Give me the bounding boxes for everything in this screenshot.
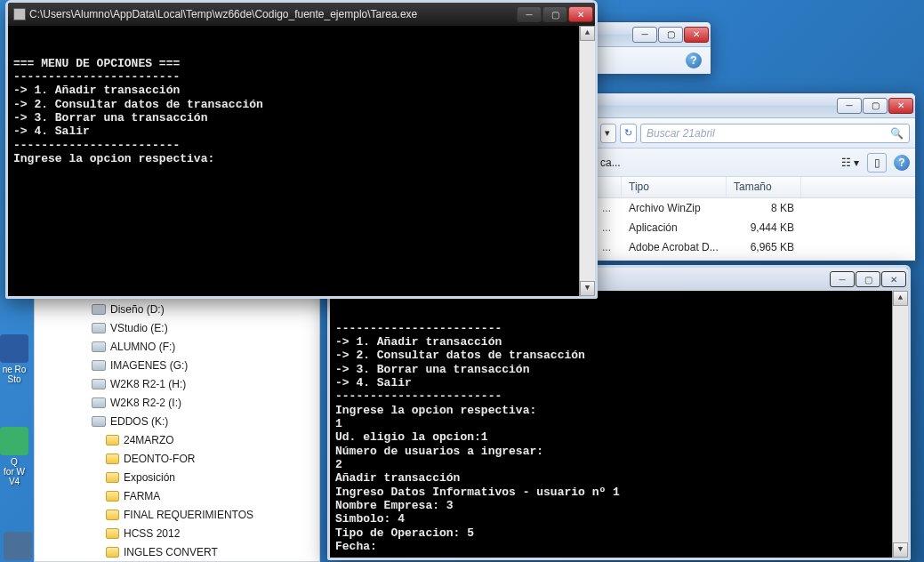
drive-icon: [92, 323, 106, 333]
drive-icon: [92, 360, 106, 371]
close-button[interactable]: ✕: [888, 98, 913, 114]
tree-node-label: IMAGENES (G:): [110, 359, 188, 372]
explorer-tree-panel: Diseño (D:)VStudio (E:)ALUMNO (F:)IMAGEN…: [34, 295, 320, 562]
table-row[interactable]: ... Adobe Acrobat D... 6,965 KB: [595, 237, 915, 257]
tree-drive-node[interactable]: IMAGENES (G:): [35, 356, 319, 374]
scroll-down-icon[interactable]: ▼: [893, 542, 908, 558]
scrollbar[interactable]: ▲ ▼: [892, 291, 908, 558]
row-size: 9,444 KB: [727, 221, 801, 234]
tree-node-label: 24MARZO: [124, 434, 174, 446]
row-tipo: Aplicación: [622, 221, 727, 234]
help-icon[interactable]: ?: [686, 52, 702, 68]
minimize-button[interactable]: ─: [830, 271, 855, 287]
console-window-2: go_fuente_ejemplo\Tarea.exe ─ ▢ ✕ ------…: [327, 265, 911, 560]
tree-drive-node[interactable]: ALUMNO (F:): [35, 337, 319, 356]
view-mode-button[interactable]: ☷ ▾: [840, 153, 860, 173]
desktop-app-icon: [4, 532, 32, 560]
tree-folder-node[interactable]: HCSS 2012: [35, 524, 319, 542]
tree-node-label: HCSS 2012: [124, 527, 180, 540]
table-row[interactable]: ... Archivo WinZip 8 KB: [595, 198, 915, 218]
row-tipo: Archivo WinZip: [622, 202, 727, 214]
cmdbar-item[interactable]: ca...: [600, 157, 621, 169]
column-header[interactable]: Tipo: [622, 177, 727, 197]
folder-icon: [106, 510, 119, 520]
tree-node-label: ALUMNO (F:): [110, 341, 175, 353]
drive-icon: [92, 341, 106, 352]
drive-icon: [92, 416, 106, 427]
app-icon: [13, 8, 26, 20]
tree-folder-node[interactable]: DEONTO-FOR: [35, 449, 319, 468]
desktop-icon[interactable]: [4, 532, 32, 562]
tree-folder-node[interactable]: Exposición: [35, 468, 319, 486]
desktop-app-icon: [0, 427, 28, 455]
row-ext: ...: [595, 241, 622, 253]
tree-node-label: FINAL REQUERIMIENTOS: [124, 509, 253, 521]
folder-icon: [106, 435, 119, 446]
folder-icon: [106, 528, 119, 539]
scrollbar[interactable]: ▲ ▼: [579, 26, 595, 296]
row-tipo: Adobe Acrobat D...: [622, 241, 727, 253]
row-size: 8 KB: [727, 202, 801, 214]
breadcrumb-drop[interactable]: ▾: [600, 124, 616, 143]
column-header[interactable]: [595, 177, 622, 197]
drive-icon: [92, 397, 106, 408]
tree-drive-node[interactable]: Diseño (D:): [35, 300, 319, 318]
desktop-icon[interactable]: Q for W V4: [0, 427, 28, 486]
help-icon[interactable]: ?: [894, 155, 910, 171]
maximize-button[interactable]: ▢: [856, 271, 880, 287]
row-ext: ...: [595, 202, 622, 214]
tree-node-label: FARMA: [124, 490, 160, 502]
row-ext: ...: [595, 221, 622, 234]
tree-drive-node[interactable]: W2K8 R2-2 (I:): [35, 393, 319, 412]
close-button[interactable]: ✕: [684, 27, 709, 43]
console1-title: C:\Users\Alumno\AppData\Local\Temp\wz66d…: [29, 8, 517, 20]
row-size: 6,965 KB: [727, 241, 801, 253]
tree-drive-node[interactable]: W2K8 R2-1 (H:): [35, 374, 319, 393]
tree-node-label: VStudio (E:): [110, 322, 168, 334]
close-button[interactable]: ✕: [568, 6, 593, 22]
tree-node-label: INGLES CONVERT: [124, 546, 218, 558]
minimize-button[interactable]: ─: [632, 27, 657, 43]
tree-drive-node[interactable]: VStudio (E:): [35, 318, 319, 337]
tree-node-label: DEONTO-FOR: [124, 453, 195, 465]
desktop-icon-label: ne Ro Sto: [0, 365, 28, 384]
minimize-button[interactable]: ─: [837, 98, 862, 114]
refresh-button[interactable]: ↻: [620, 124, 637, 143]
maximize-button[interactable]: ▢: [542, 6, 567, 22]
desktop-app-icon: [0, 334, 28, 363]
scroll-up-icon[interactable]: ▲: [580, 26, 595, 41]
tree-folder-node[interactable]: FARMA: [35, 486, 319, 505]
scroll-down-icon[interactable]: ▼: [580, 281, 595, 296]
desktop-icon-label: Q for W V4: [0, 457, 28, 486]
tree-drive-node[interactable]: EDDOS (K:): [35, 412, 319, 430]
folder-icon: [106, 472, 119, 483]
tree-node-label: W2K8 R2-2 (I:): [110, 397, 181, 409]
column-header[interactable]: Tamaño: [727, 177, 801, 197]
preview-pane-button[interactable]: ▯: [867, 153, 887, 173]
maximize-button[interactable]: ▢: [658, 27, 683, 43]
scroll-up-icon[interactable]: ▲: [893, 291, 908, 306]
search-placeholder: Buscar 21abril: [647, 127, 715, 140]
desktop-icon[interactable]: ne Ro Sto: [0, 334, 28, 384]
drive-icon: [92, 304, 106, 315]
drive-icon: [92, 379, 106, 389]
tree-node-label: Diseño (D:): [110, 303, 165, 316]
close-button[interactable]: ✕: [881, 271, 906, 287]
tree-folder-node[interactable]: 24MARZO: [35, 430, 319, 449]
console2-body[interactable]: ------------------------ -> 1. Añadir tr…: [330, 291, 908, 558]
tree-node-label: EDDOS (K:): [110, 415, 168, 428]
folder-icon: [106, 547, 119, 558]
console1-body[interactable]: === MENU DE OPCIONES === ---------------…: [8, 26, 595, 296]
table-row[interactable]: ... Aplicación 9,444 KB: [595, 218, 915, 237]
explorer-window: ─ ▢ ✕ ▾ ↻ Buscar 21abril 🔍 ca... ☷ ▾ ▯ ?…: [594, 92, 916, 261]
tree-node-label: W2K8 R2-1 (H:): [110, 378, 186, 390]
tree-node-label: Exposición: [124, 471, 175, 484]
tree-folder-node[interactable]: FINAL REQUERIMIENTOS: [35, 505, 319, 524]
minimize-button[interactable]: ─: [517, 6, 542, 22]
tree-folder-node[interactable]: INGLES CONVERT: [35, 542, 319, 561]
search-icon[interactable]: 🔍: [890, 127, 904, 140]
maximize-button[interactable]: ▢: [863, 98, 888, 114]
folder-icon: [106, 454, 119, 464]
search-input[interactable]: Buscar 21abril 🔍: [640, 124, 910, 143]
console-window-1: C:\Users\Alumno\AppData\Local\Temp\wz66d…: [5, 0, 598, 299]
